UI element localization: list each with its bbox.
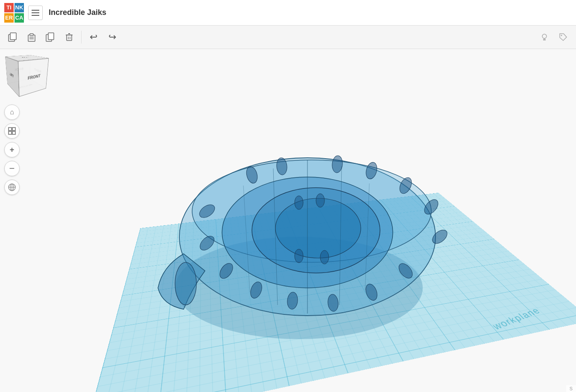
svg-rect-1 <box>32 12 39 13</box>
logo-cell-ca: CA <box>15 13 24 23</box>
fixture-tr2 <box>398 176 414 195</box>
logo-cell-nk: NK <box>15 3 24 12</box>
logo-cell-er: ER <box>4 13 14 23</box>
copy-button[interactable] <box>4 29 21 46</box>
workplane-grid-svg <box>85 193 576 392</box>
scene: workplane <box>0 49 576 392</box>
fixture-m1 <box>295 196 303 209</box>
svg-rect-10 <box>48 33 54 40</box>
svg-rect-6 <box>30 34 33 35</box>
header: TI NK ER CA Incredible Jaiks <box>0 0 576 26</box>
toolbar: ↩ ↪ <box>0 26 576 49</box>
duplicate-button[interactable] <box>42 29 59 46</box>
undo-button[interactable]: ↩ <box>85 29 102 46</box>
status-bar: S <box>566 385 576 392</box>
svg-point-16 <box>542 34 547 38</box>
tinkercad-logo[interactable]: TI NK ER CA <box>4 3 24 23</box>
toolbar-right <box>536 29 572 46</box>
menu-button[interactable] <box>28 6 43 20</box>
fixture-tl1 <box>245 166 259 185</box>
svg-rect-0 <box>32 10 39 11</box>
svg-point-20 <box>561 35 562 36</box>
copy-icon <box>8 32 18 42</box>
fixture-m2 <box>316 194 325 207</box>
status-text: S <box>570 386 573 391</box>
light-button[interactable] <box>536 29 553 46</box>
toolbar-divider <box>81 31 82 44</box>
fixture-tl2 <box>197 202 217 221</box>
svg-rect-2 <box>32 15 39 16</box>
paste-icon <box>27 32 36 42</box>
svg-rect-30 <box>85 193 576 392</box>
workplane-inner: workplane <box>85 193 576 392</box>
project-title: Incredible Jaiks <box>49 8 106 17</box>
svg-rect-5 <box>28 35 35 41</box>
redo-button[interactable]: ↪ <box>104 29 121 46</box>
light-icon <box>540 32 549 42</box>
svg-rect-11 <box>67 35 72 41</box>
tag-icon <box>558 32 568 42</box>
viewport: TOP FRONT RIGHT LEFT BACK BOTTOM ⌂ + − <box>0 49 576 392</box>
fixture-t1 <box>276 157 287 175</box>
delete-button[interactable] <box>61 29 78 46</box>
trash-icon <box>64 32 74 42</box>
paste-button[interactable] <box>23 29 40 46</box>
workplane: workplane <box>85 193 576 392</box>
fixture-tr1 <box>364 161 379 180</box>
fixture-t2 <box>331 155 343 173</box>
svg-rect-4 <box>10 33 16 40</box>
hamburger-icon <box>32 10 39 16</box>
duplicate-icon <box>46 32 55 42</box>
tag-button[interactable] <box>555 29 572 46</box>
logo-cell-ti: TI <box>4 3 14 12</box>
